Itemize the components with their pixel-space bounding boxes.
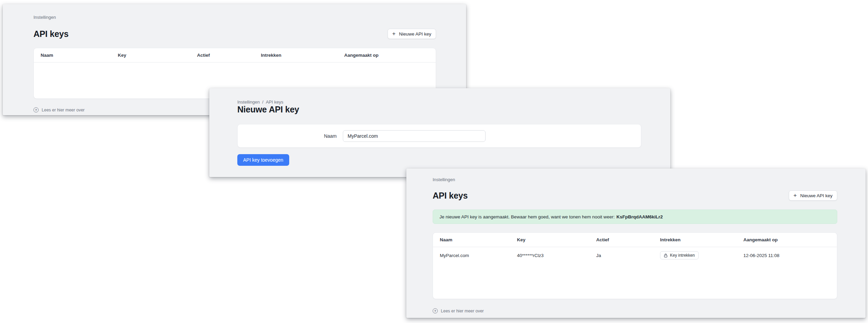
empty-table-body: [433, 264, 837, 299]
breadcrumb-api-keys[interactable]: API keys: [266, 99, 283, 105]
success-alert: Je nieuwe API key is aangemaakt. Bewaar …: [433, 210, 837, 224]
cell-aangemaakt-op: 12-06-2025 11:08: [743, 253, 830, 258]
name-field-label: Naam: [238, 133, 337, 139]
revoke-key-button-label: Key intrekken: [670, 253, 695, 258]
column-header-intrekken: Intrekken: [660, 237, 743, 242]
breadcrumb-instellingen[interactable]: Instellingen: [433, 177, 455, 182]
new-api-key-button[interactable]: + Nieuwe API key: [388, 29, 436, 39]
add-api-key-button[interactable]: API key toevoegen: [237, 154, 289, 166]
new-api-key-page: Instellingen / API keys Nieuwe API key N…: [209, 88, 670, 177]
column-header-aangemaakt-op: Aangemaakt op: [743, 237, 830, 242]
breadcrumb-separator: /: [262, 99, 264, 105]
question-circle-icon: ?: [33, 107, 39, 112]
column-header-intrekken: Intrekken: [261, 53, 344, 58]
page-header: API keys + Nieuwe API key: [433, 190, 837, 201]
column-header-key: Key: [517, 237, 596, 242]
new-api-key-form-card: Naam: [237, 124, 641, 148]
column-header-naam: Naam: [41, 53, 118, 58]
help-link-label: Lees er hier meer over: [441, 309, 484, 313]
breadcrumb-instellingen[interactable]: Instellingen: [33, 15, 56, 20]
api-keys-page-created: Instellingen API keys + Nieuwe API key J…: [406, 169, 866, 318]
plus-icon: +: [794, 192, 797, 198]
api-keys-table: Naam Key Actief Intrekken Aangemaakt op …: [433, 232, 837, 299]
new-api-key-button-label: Nieuwe API key: [800, 193, 832, 198]
column-header-key: Key: [118, 53, 197, 58]
help-link-label: Lees er hier meer over: [42, 108, 85, 112]
column-header-actief: Actief: [197, 53, 261, 58]
page-title: API keys: [33, 29, 69, 39]
column-header-naam: Naam: [440, 237, 517, 242]
lock-icon: [664, 253, 668, 258]
cell-naam: MyParcel.com: [440, 253, 517, 258]
cell-key-masked: 40******rClz3: [517, 253, 596, 258]
table-header-row: Naam Key Actief Intrekken Aangemaakt op: [34, 48, 436, 63]
revoke-key-button[interactable]: Key intrekken: [660, 251, 699, 259]
new-api-key-button-label: Nieuwe API key: [399, 31, 431, 37]
page-title: API keys: [433, 191, 468, 201]
new-api-key-button[interactable]: + Nieuwe API key: [789, 190, 837, 201]
question-circle-icon: ?: [433, 308, 438, 313]
breadcrumb-instellingen[interactable]: Instellingen: [237, 99, 260, 105]
column-header-aangemaakt-op: Aangemaakt op: [344, 53, 429, 58]
table-header-row: Naam Key Actief Intrekken Aangemaakt op: [433, 233, 837, 247]
plus-icon: +: [392, 31, 396, 37]
help-link[interactable]: ? Lees er hier meer over: [433, 308, 837, 313]
breadcrumb: Instellingen: [33, 4, 436, 20]
new-api-key-value: KsFpBrqdAAM6kiLr2: [616, 214, 663, 219]
breadcrumb: Instellingen: [433, 169, 837, 182]
success-alert-message: Je nieuwe API key is aangemaakt. Bewaar …: [439, 214, 615, 219]
table-row: MyParcel.com 40******rClz3 Ja Key intrek…: [433, 247, 837, 264]
cell-actief: Ja: [596, 253, 660, 258]
page-title: Nieuwe API key: [237, 105, 641, 115]
breadcrumb: Instellingen / API keys: [237, 88, 641, 105]
page-header: API keys + Nieuwe API key: [33, 29, 436, 39]
column-header-actief: Actief: [596, 237, 660, 242]
name-input[interactable]: [343, 130, 486, 142]
